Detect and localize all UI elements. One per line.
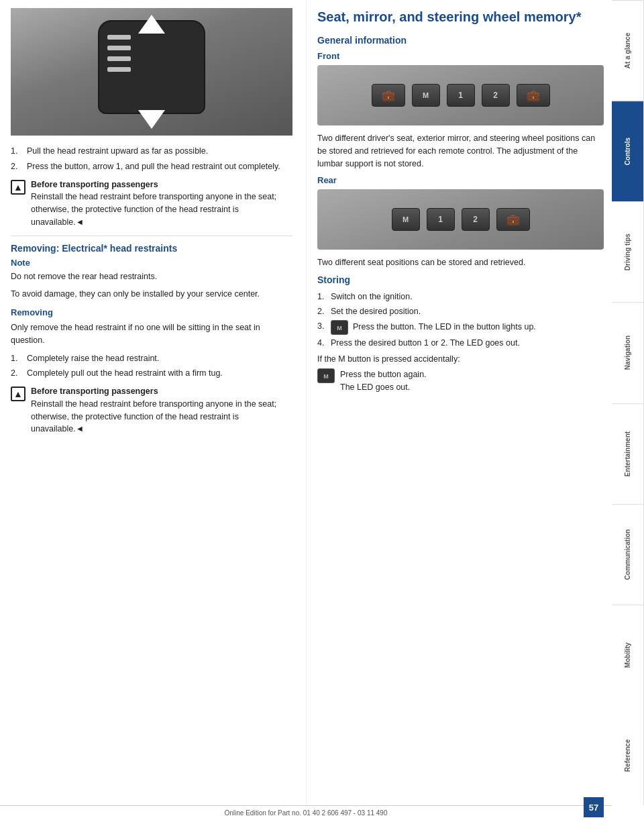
warning-icon-1: ▲: [11, 180, 25, 195]
rear-description: Two different seat positions can be stor…: [317, 256, 604, 269]
front-seat-btn-right: 💼: [517, 84, 550, 107]
warning-box-2: ▲ Before transporting passengers Reinsta…: [11, 385, 292, 435]
warning-icon-2: ▲: [11, 387, 25, 401]
sidebar-item-at-a-glance[interactable]: At a glance: [612, 0, 644, 101]
sidebar-label: Reference: [624, 739, 631, 771]
page-number: 57: [589, 803, 598, 813]
divider-1: [11, 236, 292, 236]
sidebar-label: Communication: [624, 529, 631, 580]
storing-steps: 1. Switch on the ignition. 2. Set the de…: [317, 291, 604, 349]
sidebar-item-navigation[interactable]: Navigation: [612, 302, 644, 403]
page-number-box: 57: [584, 797, 604, 817]
removing-section-title: Removing: Electrical* head restraints: [11, 243, 292, 254]
steps-list-2: 1. Completely raise the head restraint. …: [11, 352, 292, 380]
rear-panel-image: M 1 2 💼: [317, 189, 604, 250]
sidebar-label: Entertainment: [624, 431, 631, 476]
general-info-title: General information: [317, 35, 604, 46]
sidebar-item-entertainment[interactable]: Entertainment: [612, 403, 644, 504]
storing-title: Storing: [317, 274, 604, 285]
sidebar-item-reference[interactable]: Reference: [612, 705, 644, 805]
sidebar-label: Driving tips: [624, 234, 631, 270]
note-section: Note Do not remove the rear head restrai…: [11, 258, 292, 301]
sidebar-item-controls[interactable]: Controls: [612, 101, 644, 201]
storing-step-4: 4. Press the desired button 1 or 2. The …: [317, 337, 604, 350]
storing-step-1: 1. Switch on the ignition.: [317, 291, 604, 303]
sidebar-item-driving-tips[interactable]: Driving tips: [612, 201, 644, 302]
storing-step-2: 2. Set the desired position.: [317, 305, 604, 318]
front-m-btn: M: [412, 84, 440, 107]
rear-1-btn: 1: [427, 208, 455, 231]
warning-text-1: Before transporting passengers Reinstall…: [31, 178, 292, 229]
if-m-section: If the M button is pressed accidentally:…: [317, 353, 604, 393]
step-1: 1. Pull the head restraint upward as far…: [11, 145, 292, 158]
rear-seat-btn: 💼: [496, 208, 530, 231]
front-1-btn: 1: [447, 84, 475, 107]
footer-text: Online Edition for Part no. 01 40 2 606 …: [225, 809, 388, 817]
right-column: Seat, mirror, and steering wheel memory*…: [306, 0, 612, 805]
front-seat-btn-left: 💼: [372, 84, 405, 107]
front-2-btn: 2: [482, 84, 510, 107]
rear-label: Rear: [317, 175, 604, 185]
storing-step-3: 3. M Press the button. The LED in the bu…: [317, 320, 604, 335]
left-column: 1. Pull the head restraint upward as far…: [0, 0, 306, 805]
sidebar-item-communication[interactable]: Communication: [612, 504, 644, 605]
footer: Online Edition for Part no. 01 40 2 606 …: [0, 805, 612, 820]
sidebar-label: Controls: [624, 138, 631, 165]
m-button-inline-2: M: [317, 368, 335, 383]
front-panel-image: 💼 M 1 2 💼: [317, 65, 604, 125]
step-2: 2. Press the button, arrow 1, and pull t…: [11, 160, 292, 173]
rear-2-btn: 2: [462, 208, 490, 231]
if-m-label: If the M button is pressed accidentally:: [317, 353, 604, 366]
removing-label: Removing: [11, 307, 292, 317]
page-title: Seat, mirror, and steering wheel memory*: [317, 8, 604, 25]
step-2-1: 1. Completely raise the head restraint.: [11, 352, 292, 365]
rear-m-btn: M: [392, 208, 420, 231]
m-button-inline-icon: M: [331, 320, 348, 335]
headrest-image: [11, 8, 292, 136]
step-2-2: 2. Completely pull out the head restrain…: [11, 367, 292, 380]
sidebar: At a glance Controls Driving tips Naviga…: [612, 0, 644, 805]
sidebar-label: Navigation: [624, 336, 631, 370]
warning-box-1: ▲ Before transporting passengers Reinsta…: [11, 178, 292, 229]
warning-text-2: Before transporting passengers Reinstall…: [31, 385, 292, 435]
front-description: Two different driver's seat, exterior mi…: [317, 132, 604, 170]
sidebar-item-mobility[interactable]: Mobility: [612, 605, 644, 705]
sidebar-label: At a glance: [624, 33, 631, 68]
steps-list-1: 1. Pull the head restraint upward as far…: [11, 145, 292, 173]
front-label: Front: [317, 51, 604, 61]
sidebar-label: Mobility: [624, 642, 631, 668]
main-content: 1. Pull the head restraint upward as far…: [0, 0, 612, 805]
